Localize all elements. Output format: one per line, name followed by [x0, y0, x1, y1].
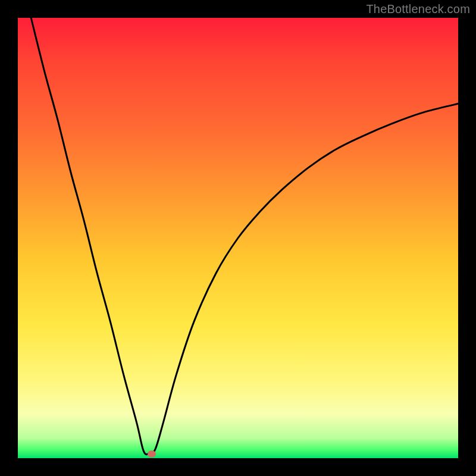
- curve-svg: [18, 18, 458, 458]
- bottleneck-curve: [31, 18, 458, 455]
- chart-frame: TheBottleneck.com: [0, 0, 476, 476]
- watermark-text: TheBottleneck.com: [366, 2, 470, 16]
- optimal-point-marker: [148, 450, 156, 458]
- plot-area: [18, 18, 458, 458]
